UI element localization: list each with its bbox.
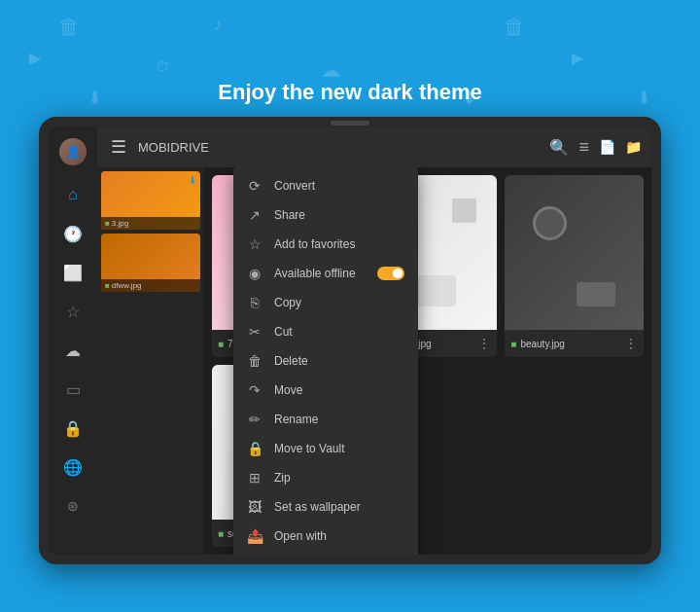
menu-move[interactable]: ↷ Move bbox=[233, 376, 418, 405]
nav-tablet[interactable]: ▭ bbox=[55, 372, 90, 407]
zip-icon: ⊞ bbox=[247, 470, 262, 486]
menu-copy-label: Copy bbox=[274, 296, 404, 309]
sort-button[interactable]: ≡ bbox=[578, 137, 589, 158]
deco-trash-1: 🗑 bbox=[58, 15, 80, 40]
delete-icon: 🗑 bbox=[247, 353, 262, 369]
deco-play-1: ▶ bbox=[29, 49, 41, 67]
menu-open-with[interactable]: 📤 Open with bbox=[233, 522, 418, 551]
menu-shortcut[interactable]: ↗ Create shortcut bbox=[233, 551, 418, 555]
deco-play-2: ▶ bbox=[572, 49, 583, 67]
tablet-screen: 👤 ⌂ 🕐 ⬜ ☆ ☁ ▭ 🔒 🌐 ⊛ ☰ MOBIDRIVE 🔍 ≡ 📄 bbox=[49, 126, 651, 555]
move-icon: ↷ bbox=[247, 382, 262, 398]
menu-open-with-label: Open with bbox=[274, 529, 404, 543]
nav-recent[interactable]: 🕐 bbox=[55, 216, 90, 251]
rename-icon: ✏ bbox=[247, 412, 262, 427]
toolbar: ☰ MOBIDRIVE 🔍 ≡ 📄 📁 bbox=[97, 126, 651, 167]
menu-favorites-label: Add to favorites bbox=[274, 237, 404, 251]
hamburger-button[interactable]: ☰ bbox=[107, 132, 130, 162]
context-menu: ⟳ Convert ↗ Share ☆ Add to favorites bbox=[233, 167, 418, 555]
offline-toggle[interactable] bbox=[377, 267, 404, 280]
context-overlay: ⟳ Convert ↗ Share ☆ Add to favorites bbox=[97, 167, 651, 555]
menu-offline-label: Available offline bbox=[274, 267, 366, 280]
menu-move-label: Move bbox=[274, 383, 404, 397]
menu-convert-label: Convert bbox=[274, 179, 404, 193]
menu-available-offline[interactable]: ◉ Available offline bbox=[233, 259, 418, 288]
deco-download-1: ⬇ bbox=[637, 88, 651, 109]
search-button[interactable]: 🔍 bbox=[549, 138, 569, 157]
menu-zip[interactable]: ⊞ Zip bbox=[233, 463, 418, 492]
user-avatar[interactable]: 👤 bbox=[55, 134, 90, 169]
menu-wallpaper-label: Set as wallpaper bbox=[274, 500, 404, 514]
menu-cut[interactable]: ✂ Cut bbox=[233, 317, 418, 346]
open-with-icon: 📤 bbox=[247, 528, 262, 544]
nav-lock[interactable]: 🔒 bbox=[55, 411, 90, 446]
copy-icon: ⎘ bbox=[247, 295, 262, 310]
nav-cloud[interactable]: ☁ bbox=[55, 333, 90, 368]
menu-delete-label: Delete bbox=[274, 354, 404, 368]
share-icon: ↗ bbox=[247, 207, 262, 223]
nav-sidebar: 👤 ⌂ 🕐 ⬜ ☆ ☁ ▭ 🔒 🌐 ⊛ bbox=[49, 126, 97, 555]
tablet-frame: 👤 ⌂ 🕐 ⬜ ☆ ☁ ▭ 🔒 🌐 ⊛ ☰ MOBIDRIVE 🔍 ≡ 📄 bbox=[39, 117, 661, 564]
hero-title: Enjoy the new dark theme bbox=[218, 80, 481, 105]
cut-icon: ✂ bbox=[247, 324, 262, 340]
menu-vault-label: Move to Vault bbox=[274, 442, 404, 455]
new-file-button[interactable]: 📄 bbox=[599, 139, 615, 155]
toolbar-actions: 🔍 ≡ 📄 📁 bbox=[549, 137, 642, 158]
menu-copy[interactable]: ⎘ Copy bbox=[233, 288, 418, 317]
deco-music-1: ♪ bbox=[214, 15, 223, 35]
menu-delete[interactable]: 🗑 Delete bbox=[233, 346, 418, 376]
menu-share-label: Share bbox=[274, 208, 404, 222]
deco-download-2: ⬇ bbox=[88, 88, 102, 109]
menu-vault[interactable]: 🔒 Move to Vault bbox=[233, 434, 418, 463]
menu-rename-label: Rename bbox=[274, 413, 404, 426]
new-folder-button[interactable]: 📁 bbox=[625, 139, 642, 155]
app-title: MOBIDRIVE bbox=[138, 140, 542, 155]
deco-time-1: ⏱ bbox=[156, 58, 169, 74]
nav-storage[interactable]: ⬜ bbox=[55, 255, 90, 290]
vault-icon: 🔒 bbox=[247, 441, 262, 456]
menu-share[interactable]: ↗ Share bbox=[233, 200, 418, 230]
nav-network[interactable]: ⊛ bbox=[55, 488, 90, 523]
menu-convert[interactable]: ⟳ Convert bbox=[233, 171, 418, 200]
menu-add-favorites[interactable]: ☆ Add to favorites bbox=[233, 230, 418, 259]
menu-zip-label: Zip bbox=[274, 471, 404, 485]
menu-rename[interactable]: ✏ Rename bbox=[233, 405, 418, 434]
menu-cut-label: Cut bbox=[274, 325, 404, 339]
nav-globe[interactable]: 🌐 bbox=[55, 450, 90, 485]
favorites-icon: ☆ bbox=[247, 236, 262, 252]
nav-home[interactable]: ⌂ bbox=[55, 177, 90, 212]
deco-trash-2: 🗑 bbox=[504, 15, 525, 40]
menu-wallpaper[interactable]: 🖼 Set as wallpaper bbox=[233, 492, 418, 522]
wallpaper-icon: 🖼 bbox=[247, 499, 262, 515]
offline-icon: ◉ bbox=[247, 266, 262, 281]
convert-icon: ⟳ bbox=[247, 178, 262, 194]
deco-cloud-1: ☁ bbox=[321, 58, 340, 82]
nav-favorites[interactable]: ☆ bbox=[55, 294, 90, 329]
